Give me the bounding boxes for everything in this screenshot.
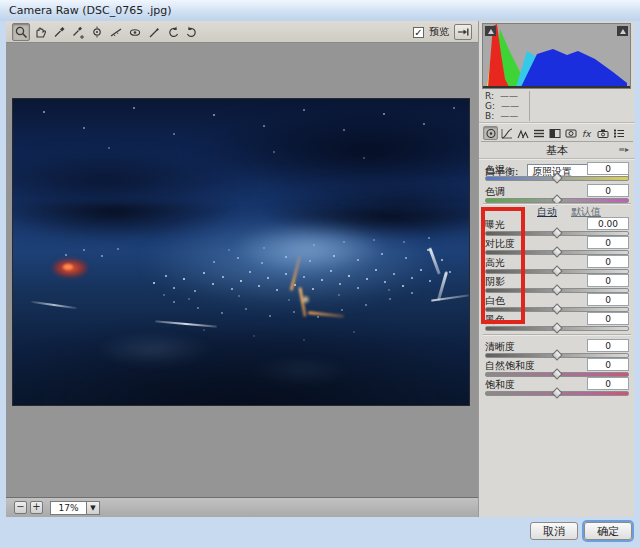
straighten-tool-icon[interactable]	[107, 23, 125, 41]
slider-row-shadows: 阴影 0	[485, 275, 629, 294]
tab-lens-corrections-icon[interactable]	[563, 126, 578, 140]
photo-valley-glow	[232, 224, 387, 273]
red-eye-tool-icon[interactable]	[126, 23, 144, 41]
separator	[479, 122, 635, 123]
r-value: ——	[500, 91, 518, 101]
tools-toolbar: ✓ 预览	[6, 21, 478, 43]
separator	[483, 203, 631, 204]
photo-red-light-glow	[63, 264, 73, 270]
tab-presets-icon[interactable]	[611, 126, 626, 140]
photo-preview[interactable]	[12, 98, 470, 406]
contrast-value[interactable]: 0	[587, 236, 629, 249]
highlights-value[interactable]: 0	[587, 255, 629, 268]
zoom-level-value[interactable]: 17%	[50, 501, 86, 515]
blacks-label: 黑色	[485, 313, 505, 327]
dialog-footer: 取消 确定	[0, 517, 640, 548]
saturation-label: 饱和度	[485, 378, 515, 392]
panel-tabs: fx	[481, 125, 633, 142]
r-label: R:	[485, 91, 494, 101]
highlight-clipping-warning-icon[interactable]	[617, 26, 628, 36]
shadow-clipping-warning-icon[interactable]	[485, 26, 496, 36]
svg-text:fx: fx	[582, 129, 592, 139]
toggle-fullscreen-icon[interactable]	[454, 24, 472, 40]
vibrance-label: 自然饱和度	[485, 359, 535, 373]
slider-row-highlights: 高光 0	[485, 256, 629, 275]
slider-row-whites: 白色 0	[485, 294, 629, 313]
zoom-level-dropdown-arrow-icon[interactable]: ▼	[86, 501, 100, 515]
tab-hsl-grayscale-icon[interactable]	[531, 126, 546, 140]
slider-row-clarity: 清晰度 0	[485, 340, 629, 359]
slider-row-blacks: 黑色 0	[485, 313, 629, 332]
rgb-readout: R:—— G:—— B:——	[485, 91, 631, 121]
photo-foreground	[12, 325, 470, 406]
title-bar[interactable]: Camera Raw (DSC_0765 .jpg)	[0, 0, 640, 21]
targeted-adjustment-tool-icon[interactable]	[88, 23, 106, 41]
image-work-area: ✓ 预览	[6, 21, 478, 517]
photo-white-light-trail	[31, 301, 77, 309]
saturation-slider[interactable]	[485, 391, 629, 396]
zoom-in-button[interactable]: +	[30, 501, 43, 514]
blacks-slider[interactable]	[485, 326, 629, 331]
photo-town-lights	[13, 99, 15, 101]
g-label: G:	[485, 101, 495, 111]
readout-divider	[529, 91, 530, 121]
shadows-value[interactable]: 0	[587, 274, 629, 287]
g-value: ——	[501, 101, 519, 111]
tint-value[interactable]: 0	[587, 184, 629, 197]
auto-link[interactable]: 自动	[537, 205, 557, 219]
window-title: Camera Raw (DSC_0765 .jpg)	[9, 4, 172, 17]
white-balance-tool-icon[interactable]	[50, 23, 68, 41]
rotate-right-tool-icon[interactable]	[183, 23, 201, 41]
slider-row-saturation: 饱和度 0	[485, 378, 629, 397]
zoom-tool-icon[interactable]	[12, 23, 30, 41]
zoom-out-button[interactable]: −	[14, 501, 27, 514]
histogram-graph	[483, 24, 630, 88]
tab-tone-curve-icon[interactable]	[499, 126, 514, 140]
preview-checkbox[interactable]: ✓	[413, 27, 424, 38]
panel-menu-icon[interactable]: ≡▸	[618, 145, 629, 154]
clarity-label: 清晰度	[485, 340, 515, 354]
separator	[479, 158, 635, 159]
photo-orange-road-trail	[308, 311, 344, 318]
color-sampler-tool-icon[interactable]	[69, 23, 87, 41]
shadows-label: 阴影	[485, 275, 505, 289]
rotate-left-tool-icon[interactable]	[164, 23, 182, 41]
slider-row-vibrance: 自然饱和度 0	[485, 359, 629, 378]
preview-label: 预览	[429, 25, 449, 39]
ok-button[interactable]: 确定	[584, 522, 632, 540]
adjustments-panel: R:—— G:—— B:—— fx 基本 ≡▸ 白平衡: 原照设置 ▼	[478, 21, 634, 517]
vibrance-value[interactable]: 0	[587, 358, 629, 371]
slider-row-tint: 色调 0	[485, 185, 629, 204]
hand-tool-icon[interactable]	[31, 23, 49, 41]
temperature-label: 色温	[485, 163, 505, 177]
cancel-button[interactable]: 取消	[530, 522, 578, 540]
exposure-label: 曝光	[485, 218, 505, 232]
slider-row-temperature: 色温 0	[485, 163, 629, 182]
tab-detail-icon[interactable]	[515, 126, 530, 140]
whites-label: 白色	[485, 294, 505, 308]
slider-thumb[interactable]	[551, 387, 562, 398]
adjustment-brush-tool-icon[interactable]	[145, 23, 163, 41]
tab-camera-calibration-icon[interactable]	[595, 126, 610, 140]
slider-row-contrast: 对比度 0	[485, 237, 629, 256]
photo-orange-road-trail	[301, 295, 310, 304]
blacks-value[interactable]: 0	[587, 312, 629, 325]
tab-basic-icon[interactable]	[483, 126, 498, 140]
highlights-label: 高光	[485, 256, 505, 270]
b-value: ——	[500, 111, 518, 121]
tab-split-toning-icon[interactable]	[547, 126, 562, 140]
slider-row-exposure: 曝光 0.00	[485, 218, 629, 237]
camera-raw-dialog: Camera Raw (DSC_0765 .jpg)	[0, 0, 640, 548]
slider-thumb[interactable]	[551, 172, 562, 183]
whites-value[interactable]: 0	[587, 293, 629, 306]
separator	[483, 334, 631, 335]
tab-effects-icon[interactable]: fx	[579, 126, 594, 140]
saturation-value[interactable]: 0	[587, 377, 629, 390]
temperature-slider[interactable]	[485, 176, 629, 181]
clarity-value[interactable]: 0	[587, 339, 629, 352]
exposure-value[interactable]: 0.00	[587, 217, 629, 230]
contrast-label: 对比度	[485, 237, 515, 251]
temperature-value[interactable]: 0	[587, 162, 629, 175]
histogram[interactable]	[482, 23, 631, 89]
slider-thumb[interactable]	[551, 322, 562, 333]
